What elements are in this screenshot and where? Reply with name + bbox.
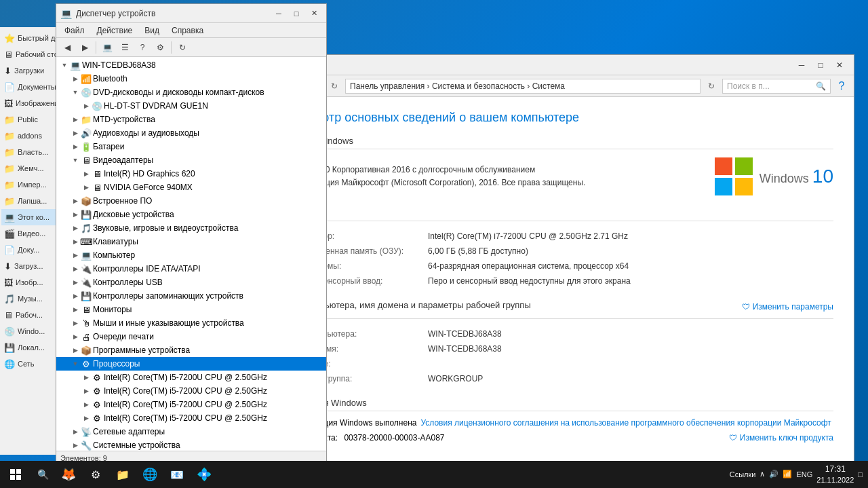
tree-toggle-icon[interactable]: ▼	[59, 60, 70, 71]
explorer-nav-item[interactable]: 🎬Видео...	[1, 225, 62, 242]
tree-toggle-icon[interactable]: ▶	[70, 345, 81, 356]
explorer-nav-item[interactable]: 📁Импер...	[1, 176, 62, 193]
dm-help-btn[interactable]: ?	[134, 40, 151, 55]
change-key-link[interactable]: 🛡 Изменить ключ продукта	[729, 433, 833, 443]
explorer-nav-item[interactable]: ⭐Быстрый доступ	[1, 30, 62, 46]
tree-toggle-icon[interactable]: ▶	[70, 114, 81, 125]
tree-toggle-icon[interactable]: ▶	[70, 318, 81, 329]
dm-list-button[interactable]: ☰	[117, 40, 133, 55]
tree-item[interactable]: ▶🖥NVIDIA GeForce 940MX	[56, 181, 326, 194]
tree-item[interactable]: ▼🖥Видеоадаптеры	[56, 153, 326, 167]
dm-menu-help[interactable]: Справка	[166, 24, 209, 37]
explorer-nav-item[interactable]: 📄Документы	[1, 79, 62, 95]
tray-lang[interactable]: ENG	[796, 470, 812, 478]
tree-item[interactable]: ▼💻WIN-TCEDBJ68A38	[56, 58, 326, 72]
sys-close-button[interactable]: ✕	[831, 58, 848, 73]
tree-item[interactable]: ▶💿HL-DT-ST DVDRAM GUE1N	[56, 99, 326, 113]
address-path[interactable]: Панель управления › Система и безопаснос…	[345, 79, 701, 94]
tree-toggle-icon[interactable]: ▶	[81, 182, 92, 193]
tree-toggle-icon[interactable]: ▶	[81, 168, 92, 179]
tree-toggle-icon[interactable]: ▶	[70, 195, 81, 206]
explorer-nav-item[interactable]: 💾Локал...	[1, 339, 62, 356]
activation-license-link[interactable]: Условия лицензионного соглашения на испо…	[420, 418, 831, 428]
dm-maximize-button[interactable]: □	[288, 7, 304, 20]
tree-toggle-icon[interactable]: ▶	[81, 413, 92, 424]
tree-toggle-icon[interactable]: ▶	[70, 73, 81, 84]
sys-minimize-button[interactable]: ─	[793, 58, 810, 73]
explorer-nav-item[interactable]: 📁addons	[1, 128, 62, 144]
dm-close-button[interactable]: ✕	[306, 7, 322, 20]
sys-maximize-button[interactable]: □	[812, 58, 829, 73]
explorer-nav-item[interactable]: 📁Власть...	[1, 144, 62, 160]
explorer-nav-item[interactable]: 📁Public	[1, 111, 62, 128]
tree-toggle-icon[interactable]: ▶	[81, 386, 92, 396]
tree-item[interactable]: ▶🔌Контроллеры USB	[56, 276, 326, 289]
tree-toggle-icon[interactable]: ▶	[70, 277, 81, 288]
taskbar-app-mail[interactable]: 📧	[163, 461, 191, 488]
addr-refresh-button[interactable]: ↻	[326, 78, 342, 94]
tree-toggle-icon[interactable]: ▶	[70, 331, 81, 342]
tree-toggle-icon[interactable]: ▼	[70, 358, 81, 369]
tree-item[interactable]: ▶⚙Intel(R) Core(TM) i5-7200U CPU @ 2.50G…	[56, 411, 326, 425]
explorer-nav-item[interactable]: 🎵Музы...	[1, 290, 62, 307]
tree-toggle-icon[interactable]: ▶	[81, 100, 92, 111]
explorer-nav-item[interactable]: 🖼Изображения	[1, 95, 62, 111]
tray-network-icon[interactable]: 📶	[783, 470, 792, 478]
tree-toggle-icon[interactable]: ▶	[81, 399, 92, 410]
tree-item[interactable]: ▶🎵Звуковые, игровые и видеоустройства	[56, 221, 326, 235]
tray-notification-icon[interactable]: □	[858, 470, 863, 478]
explorer-nav-item[interactable]: 🖥Рабоч...	[1, 307, 62, 323]
tree-item[interactable]: ▶📶Bluetooth	[56, 72, 326, 86]
explorer-nav-item[interactable]: ⬇Загрузки	[1, 62, 62, 79]
tree-item[interactable]: ▶⚙Intel(R) Core(TM) i5-7200U CPU @ 2.50G…	[56, 398, 326, 411]
tree-toggle-icon[interactable]: ▶	[70, 141, 81, 152]
tray-chevron[interactable]: ∧	[760, 470, 765, 478]
dm-back-button[interactable]: ◀	[59, 40, 75, 55]
tree-item[interactable]: ▶🖱Мыши и иные указывающие устройства	[56, 316, 326, 330]
tree-toggle-icon[interactable]: ▶	[70, 223, 81, 233]
dm-menu-action[interactable]: Действие	[92, 24, 138, 37]
tree-item[interactable]: ▶📡Сетевые адаптеры	[56, 425, 326, 438]
tree-item[interactable]: ▶💾Дисковые устройства	[56, 208, 326, 221]
tree-toggle-icon[interactable]: ▶	[70, 128, 81, 138]
tree-toggle-icon[interactable]: ▶	[70, 440, 81, 451]
tray-volume-icon[interactable]: 🔊	[769, 470, 778, 478]
explorer-nav-item[interactable]: 📄Доку...	[1, 242, 62, 258]
dm-computer-button[interactable]: 💻	[99, 40, 115, 55]
tree-toggle-icon[interactable]: ▼	[70, 87, 81, 98]
explorer-nav-item[interactable]: 📁Жемч...	[1, 160, 62, 176]
tree-item[interactable]: ▶⚙Intel(R) Core(TM) i5-7200U CPU @ 2.50G…	[56, 384, 326, 398]
tree-toggle-icon[interactable]: ▼	[70, 155, 81, 166]
dm-menu-file[interactable]: Файл	[59, 24, 90, 37]
tree-toggle-icon[interactable]: ▶	[70, 426, 81, 437]
taskbar-app-explorer[interactable]: 📁	[109, 461, 136, 488]
taskbar-app-other[interactable]: 💠	[191, 461, 218, 488]
dm-tree[interactable]: ▼💻WIN-TCEDBJ68A38▶📶Bluetooth▼💿DVD-дисков…	[56, 57, 326, 451]
taskbar-search-button[interactable]: 🔍	[31, 461, 55, 488]
tree-item[interactable]: ▶🔧Системные устройства	[56, 438, 326, 451]
explorer-nav-item[interactable]: 💻Этот ко...	[1, 209, 62, 225]
taskbar-app-browser[interactable]: 🦊	[55, 461, 82, 488]
taskbar-app-web[interactable]: 🌐	[136, 461, 163, 488]
dm-properties-button[interactable]: ⚙	[152, 40, 168, 55]
change-params-link[interactable]: 🛡 Изменить параметры	[742, 302, 833, 312]
tree-toggle-icon[interactable]: ▶	[81, 372, 92, 383]
taskbar-clock[interactable]: 17:31 21.11.2022	[816, 464, 854, 485]
explorer-nav-item[interactable]: 🖥Рабочий стол	[1, 46, 62, 62]
tree-item[interactable]: ▶⌨Клавиатуры	[56, 235, 326, 248]
tree-item[interactable]: ▶📦Программные устройства	[56, 343, 326, 357]
tree-item[interactable]: ▶🔌Контроллеры IDE ATA/ATAPI	[56, 262, 326, 276]
taskbar-app-settings[interactable]: ⚙	[82, 461, 109, 488]
tree-toggle-icon[interactable]: ▶	[70, 290, 81, 301]
tree-item[interactable]: ▼💿DVD-дисководы и дисководы компакт-диск…	[56, 86, 326, 99]
dm-forward-button[interactable]: ▶	[77, 40, 93, 55]
tree-item[interactable]: ▶📁MTD-устройства	[56, 113, 326, 126]
dm-menu-view[interactable]: Вид	[139, 24, 165, 37]
address-search[interactable]: Поиск в п... 🔍	[722, 79, 831, 94]
help-icon[interactable]: ?	[833, 78, 850, 94]
tree-item[interactable]: ▶💻Компьютер	[56, 248, 326, 262]
start-button[interactable]	[0, 461, 31, 488]
explorer-nav-item[interactable]: 🖼Изобр...	[1, 274, 62, 290]
tree-item[interactable]: ▶🖥Мониторы	[56, 303, 326, 316]
tree-item[interactable]: ▶🖨Очереди печати	[56, 330, 326, 343]
